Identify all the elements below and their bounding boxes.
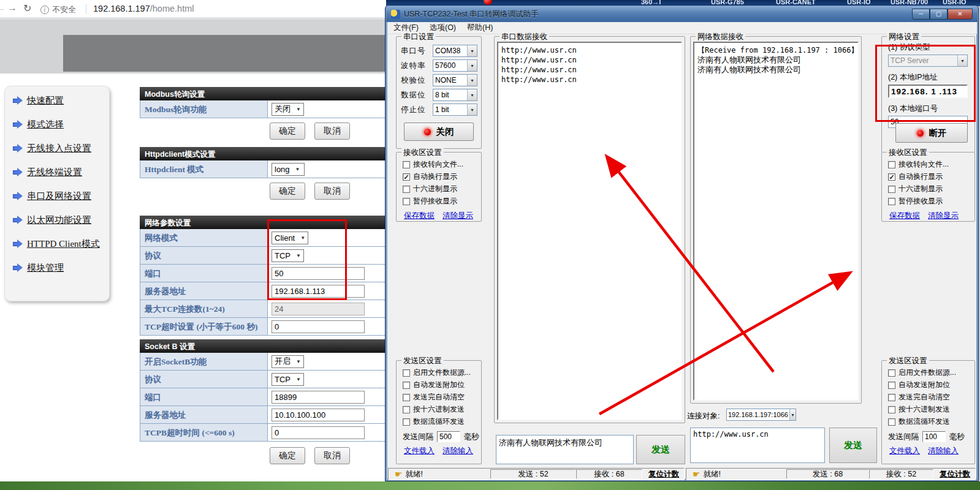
sidebar-item-httpd-client[interactable]: HTTPD Client模式 bbox=[13, 238, 109, 250]
checkbox-auto-linefeed[interactable]: ✓自动换行显示 bbox=[888, 172, 974, 181]
select-arrow-icon: ▼ bbox=[296, 107, 301, 112]
group-title: 接收区设置 bbox=[401, 148, 444, 158]
stopbits-select[interactable]: 1 bit▼ bbox=[433, 104, 477, 116]
back-icon[interactable]: ← bbox=[0, 2, 6, 13]
cancel-button[interactable]: 取消 bbox=[314, 123, 350, 140]
sidebar-item-serial-network[interactable]: 串口及网络设置 bbox=[13, 190, 109, 202]
checkbox-icon bbox=[403, 418, 410, 426]
serial-send-input[interactable]: 济南有人物联网技术有限公司 bbox=[496, 435, 634, 464]
clear-input-link[interactable]: 清除输入 bbox=[928, 446, 959, 456]
maximize-button[interactable]: ▢ bbox=[930, 9, 948, 20]
network-send-input[interactable]: http://www.usr.cn bbox=[690, 428, 825, 463]
sidebar-item-ethernet[interactable]: 以太网功能设置 bbox=[13, 214, 109, 226]
httpdclient-mode-select[interactable]: long▼ bbox=[272, 163, 305, 176]
load-file-link[interactable]: 文件载入 bbox=[404, 446, 435, 456]
load-file-link[interactable]: 文件载入 bbox=[889, 446, 920, 456]
serial-send-button[interactable]: 发送 bbox=[636, 435, 685, 464]
url-text[interactable]: 192.168.1.197/home.html bbox=[93, 4, 194, 13]
serial-receive-textarea[interactable]: http://www.usr.cn http://www.usr.cn http… bbox=[497, 42, 682, 420]
socketb-protocol-select[interactable]: TCP▼ bbox=[272, 373, 304, 386]
reset-count-link[interactable]: 复位计数 bbox=[940, 469, 970, 480]
reset-count-link[interactable]: 复位计数 bbox=[648, 469, 679, 480]
close-button[interactable]: ✕ bbox=[948, 9, 973, 20]
baudrate-select[interactable]: 57600▼ bbox=[433, 59, 477, 72]
clear-input-link[interactable]: 清除输入 bbox=[443, 446, 473, 456]
received-line: http://www.usr.cn bbox=[501, 65, 678, 75]
com-port-select[interactable]: COM38▼ bbox=[433, 45, 477, 57]
checkbox-file-source[interactable]: 启用文件数据源... bbox=[403, 368, 481, 377]
modbus-poll-select[interactable]: 关闭▼ bbox=[272, 103, 304, 116]
interval-input[interactable]: 500 bbox=[437, 431, 460, 442]
checkbox-label: 十六进制显示 bbox=[413, 184, 457, 194]
checkbox-file-source[interactable]: 启用文件数据源... bbox=[888, 368, 974, 377]
sidebar-item-ap-settings[interactable]: 无线接入点设置 bbox=[13, 142, 109, 154]
network-send-button[interactable]: 发送 bbox=[829, 428, 877, 463]
menu-help[interactable]: 帮助(H) bbox=[462, 23, 498, 33]
checkbox-send-hex[interactable]: 按十六进制发送 bbox=[403, 405, 481, 414]
interval-label: 发送间隔 bbox=[403, 432, 433, 442]
sidebar-item-sta-settings[interactable]: 无线终端设置 bbox=[13, 166, 109, 178]
sidebar-item-mode-select[interactable]: 模式选择 bbox=[13, 118, 109, 130]
checkbox-hex-display[interactable]: 十六进制显示 bbox=[888, 184, 974, 194]
forward-icon[interactable]: → bbox=[7, 2, 17, 13]
checkbox-label: 启用文件数据源... bbox=[898, 368, 956, 378]
browser-window: ← → ↻ i 不安全 192.168.1.197/home.html 快速配置… bbox=[0, 0, 386, 481]
received-line: 【Receive from 192.168.1.197 : 1066】: bbox=[697, 45, 854, 55]
desktop-red-icon[interactable] bbox=[484, 0, 492, 5]
network-receive-textarea[interactable]: 【Receive from 192.168.1.197 : 1066】: 济南有… bbox=[693, 42, 859, 401]
site-security-indicator[interactable]: i 不安全 bbox=[40, 4, 76, 15]
socketb-buttons: 确定 取消 bbox=[270, 447, 350, 464]
clear-display-link[interactable]: 清除显示 bbox=[443, 211, 473, 221]
checkbox-label: 暂停接收显示 bbox=[898, 196, 943, 206]
checkbox-send-hex[interactable]: 按十六进制发送 bbox=[888, 405, 974, 414]
ok-button[interactable]: 确定 bbox=[270, 447, 305, 464]
checkbox-receive-to-file[interactable]: 接收转向文件... bbox=[888, 160, 974, 169]
checkbox-pause-receive[interactable]: 暂停接收显示 bbox=[403, 197, 481, 206]
field-label: 数据位 bbox=[401, 90, 433, 100]
checkbox-label: 发送完自动清空 bbox=[898, 392, 950, 402]
checkbox-pause-receive[interactable]: 暂停接收显示 bbox=[888, 197, 974, 206]
connection-led-icon bbox=[917, 130, 924, 137]
socketb-timeout-input[interactable]: 0 bbox=[272, 426, 365, 439]
sidebar-item-module-manage[interactable]: 模块管理 bbox=[13, 262, 109, 274]
checkbox-loop-send[interactable]: 数据流循环发送 bbox=[403, 417, 481, 426]
cancel-button[interactable]: 取消 bbox=[314, 447, 350, 464]
combo-value: NONE bbox=[433, 76, 467, 85]
connection-led-icon bbox=[424, 129, 431, 135]
serial-close-button[interactable]: 关闭 bbox=[404, 123, 474, 141]
socketb-port-input[interactable]: 18899 bbox=[272, 391, 365, 404]
checkbox-label: 接收转向文件... bbox=[413, 159, 463, 170]
checkbox-hex-display[interactable]: 十六进制显示 bbox=[403, 184, 481, 194]
checkbox-receive-to-file[interactable]: 接收转向文件... bbox=[403, 160, 481, 169]
group-title: 发送区设置 bbox=[887, 356, 929, 366]
clear-display-link[interactable]: 清除显示 bbox=[928, 211, 959, 221]
socketb-server-input[interactable]: 10.10.100.100 bbox=[272, 409, 365, 421]
cancel-button[interactable]: 取消 bbox=[314, 183, 350, 200]
save-data-link[interactable]: 保存数据 bbox=[889, 211, 920, 221]
tcp-timeout-input[interactable]: 0 bbox=[272, 320, 365, 333]
ok-button[interactable]: 确定 bbox=[270, 183, 305, 200]
checkbox-auto-append[interactable]: 自动发送附加位 bbox=[888, 380, 974, 390]
interval-input[interactable]: 100 bbox=[922, 431, 946, 442]
save-data-link[interactable]: 保存数据 bbox=[404, 211, 435, 221]
checkbox-auto-append[interactable]: 自动发送附加位 bbox=[403, 380, 481, 390]
checkbox-clear-after-send[interactable]: 发送完自动清空 bbox=[888, 393, 974, 402]
checkbox-loop-send[interactable]: 数据流循环发送 bbox=[888, 417, 974, 426]
ok-button[interactable]: 确定 bbox=[270, 123, 305, 140]
disconnect-button[interactable]: 断开 bbox=[895, 123, 968, 143]
parity-select[interactable]: NONE▼ bbox=[433, 74, 477, 86]
row-label: 服务器地址 bbox=[140, 282, 268, 300]
connection-target-select[interactable]: 192.168.1.197:1066 ▼ bbox=[726, 409, 796, 421]
minimize-button[interactable]: ─ bbox=[912, 9, 930, 20]
checkbox-clear-after-send[interactable]: 发送完自动清空 bbox=[403, 393, 481, 402]
title-bar[interactable]: USR-TCP232-Test 串口转网络调试助手 ─ ▢ ✕ bbox=[386, 6, 978, 22]
databits-select[interactable]: 8 bit▼ bbox=[433, 89, 477, 101]
combo-value: 1 bit bbox=[433, 105, 467, 114]
checkbox-icon bbox=[403, 369, 410, 377]
reload-icon[interactable]: ↻ bbox=[23, 2, 31, 14]
socketb-enable-select[interactable]: 开启▼ bbox=[272, 355, 304, 368]
sidebar-item-quick-config[interactable]: 快速配置 bbox=[13, 94, 109, 107]
chevron-down-icon: ▼ bbox=[467, 60, 477, 71]
form-row: 服务器地址 10.10.100.100 bbox=[140, 406, 386, 424]
checkbox-auto-linefeed[interactable]: ✓自动换行显示 bbox=[403, 172, 481, 181]
